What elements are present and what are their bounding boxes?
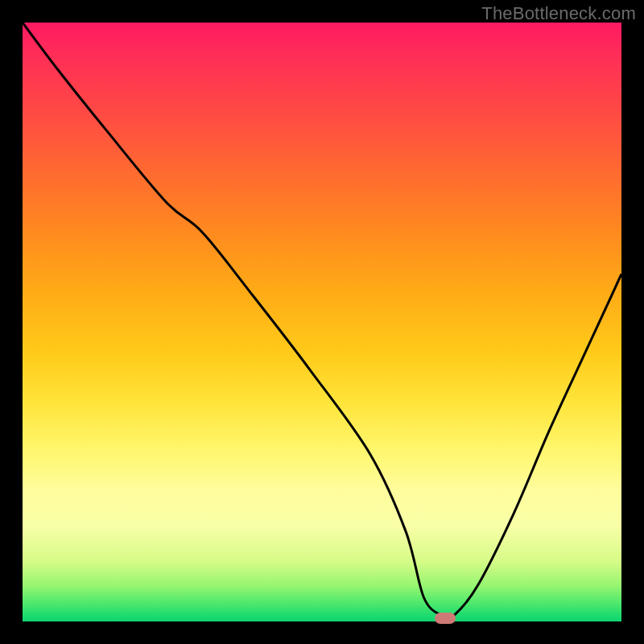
bottleneck-curve-path bbox=[23, 23, 621, 618]
chart-frame: TheBottleneck.com bbox=[0, 0, 644, 644]
watermark-text: TheBottleneck.com bbox=[481, 3, 636, 24]
optimal-point-marker bbox=[435, 613, 456, 624]
curve-svg bbox=[23, 23, 621, 621]
plot-area bbox=[23, 23, 621, 621]
